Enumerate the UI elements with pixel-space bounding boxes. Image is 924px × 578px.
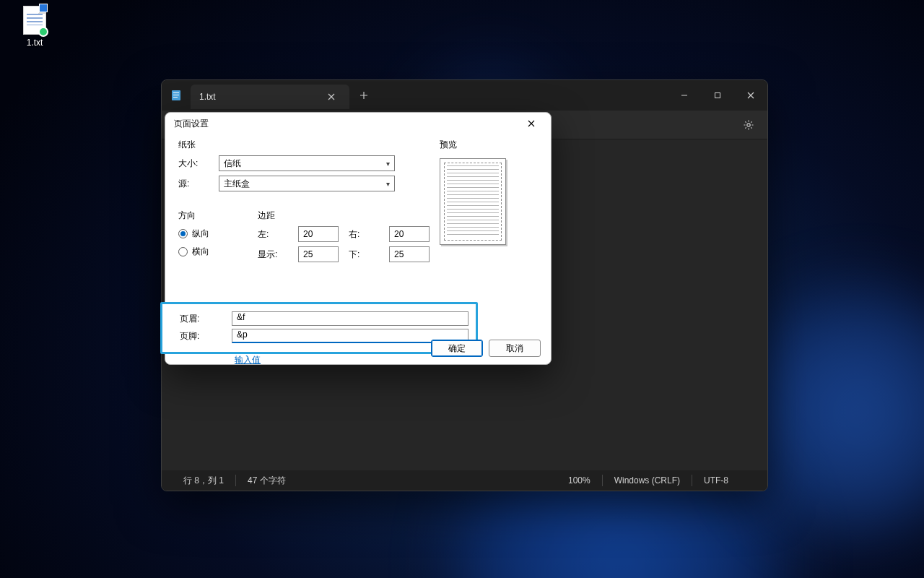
orientation-landscape-label: 横向 [192,246,209,258]
orientation-portrait-radio[interactable]: 纵向 [178,228,209,240]
orientation-landscape-radio[interactable]: 横向 [178,246,209,258]
status-char-count: 47 个字符 [236,470,297,491]
paper-source-select[interactable]: 主纸盒 ▾ [219,176,395,191]
margin-right-label: 右: [349,228,379,241]
status-zoom: 100% [557,470,602,491]
chevron-down-icon: ▾ [386,180,390,188]
settings-button[interactable] [737,113,760,137]
maximize-button[interactable] [701,80,734,111]
paper-size-select[interactable]: 信纸 ▾ [219,155,395,171]
status-encoding: UTF-8 [692,470,757,491]
margin-left-label: 左: [258,228,288,241]
status-position: 行 8，列 1 [172,470,235,491]
margin-left-input[interactable]: 20 [298,226,339,242]
close-icon [528,120,535,127]
margin-top-label: 显示: [258,249,288,261]
header-input[interactable]: &f [232,311,468,326]
input-values-link[interactable]: 输入值 [235,355,261,365]
margin-right-input[interactable]: 20 [389,226,430,242]
minimize-button[interactable] [668,80,701,111]
margin-bottom-label: 下: [349,249,379,261]
window-close-button[interactable] [734,80,767,111]
desktop: 1.txt 1.txt [0,0,924,578]
orientation-portrait-label: 纵向 [192,228,209,240]
preview-label: 预览 [440,139,506,151]
cancel-button[interactable]: 取消 [489,340,541,357]
footer-label: 页脚: [180,330,223,342]
ok-button[interactable]: 确定 [431,340,483,357]
paper-source-label: 源: [178,178,219,190]
page-setup-dialog: 页面设置 纸张 大小: 信纸 ▾ 源: 主纸盒 [165,112,552,365]
margin-top-input[interactable]: 25 [298,246,339,262]
svg-point-5 [747,123,750,126]
paper-size-label: 大小: [178,158,219,170]
titlebar[interactable]: 1.txt [162,80,767,111]
margin-bottom-input[interactable]: 25 [389,246,430,262]
tab-title: 1.txt [199,92,216,102]
new-tab-button[interactable] [349,80,378,111]
desktop-file-1txt[interactable]: 1.txt [13,6,56,48]
desktop-file-label: 1.txt [13,38,56,48]
svg-rect-3 [173,97,178,98]
notepad-app-icon [162,80,191,111]
paper-source-value: 主纸盒 [224,178,250,190]
svg-rect-2 [173,95,179,95]
tab-active[interactable]: 1.txt [191,85,349,109]
orientation-group-label: 方向 [178,210,209,222]
chevron-down-icon: ▾ [386,160,390,168]
svg-rect-1 [173,92,179,93]
status-line-ending: Windows (CRLF) [603,470,692,491]
margins-group-label: 边距 [258,210,430,222]
gear-icon [743,119,754,131]
paper-size-value: 信纸 [224,158,241,170]
dialog-titlebar[interactable]: 页面设置 [165,113,551,134]
text-file-icon [23,6,46,35]
header-label: 页眉: [180,313,223,325]
header-footer-section: 页眉: &f 页脚: &p [160,302,478,354]
dialog-title: 页面设置 [174,118,209,130]
paper-group-label: 纸张 [178,139,431,151]
status-bar: 行 8，列 1 47 个字符 100% Windows (CRLF) UTF-8 [162,470,767,491]
svg-rect-4 [715,93,720,98]
dialog-close-button[interactable] [520,113,542,134]
preview-page [440,158,506,245]
tab-close-button[interactable] [322,87,341,106]
